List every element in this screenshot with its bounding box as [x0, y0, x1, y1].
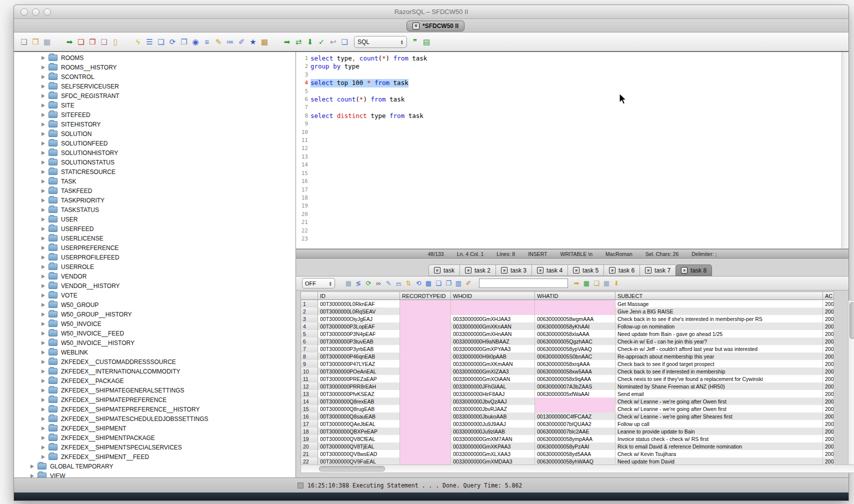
sidebar-item-w50-invoice-feed[interactable]: W50_INVOICE__FEED: [14, 328, 296, 338]
activitydate-cell[interactable]: 200: [823, 308, 834, 315]
id-cell[interactable]: 00T3000000PfvKSEAZ: [318, 390, 400, 398]
sidebar-item-task[interactable]: TASK: [14, 176, 296, 186]
sidebar-item-scontrol[interactable]: SCONTROL: [14, 72, 296, 82]
whatid-cell[interactable]: 00630000007A3bZAAS: [535, 382, 616, 390]
recordtypeid-cell[interactable]: [400, 352, 451, 360]
code-line[interactable]: group by type: [310, 62, 848, 70]
results-tab-task-5[interactable]: ×task 5: [568, 264, 604, 276]
notes-icon[interactable]: ❏: [592, 279, 601, 288]
execute-all-icon[interactable]: ⇄: [294, 37, 304, 47]
whatid-cell[interactable]: 00630000007bIQUAA2: [535, 420, 616, 428]
subject-cell[interactable]: Check back in to see if she's interested…: [616, 315, 823, 322]
sidebar-item-user[interactable]: USER: [14, 214, 296, 224]
recordtypeid-cell[interactable]: [400, 368, 451, 375]
grid-view-icon[interactable]: ▦: [424, 279, 433, 288]
recordtypeid-cell[interactable]: [400, 412, 451, 420]
table-row[interactable]: 1300T3000000PfvKSEAZ0033000000HirF8AAJ00…: [300, 390, 848, 398]
sidebar-item-zkfedex-shipmatescheduledjobssettings[interactable]: ZKFEDEX__SHIPMATESCHEDULEDJOBSSETTINGS: [14, 414, 296, 424]
whatid-cell[interactable]: 006300000058ypVAAQ: [535, 345, 616, 352]
row-number[interactable]: 20: [300, 442, 318, 450]
sidebar-item-zkfedex-shipmatepreference-history[interactable]: ZKFEDEX__SHIPMATEPREFERENCE__HISTORY: [14, 404, 296, 414]
expand-triangle-icon[interactable]: [42, 312, 45, 316]
whatid-cell[interactable]: 006300000058wgmAAA: [535, 315, 616, 322]
sidebar-item-solutionstatus[interactable]: SOLUTIONSTATUS: [14, 158, 296, 167]
sort-updown-icon[interactable]: ⇅: [404, 279, 413, 288]
sidebar-item-userrole[interactable]: USERROLE: [14, 262, 296, 272]
recordtypeid-cell[interactable]: [400, 428, 451, 435]
code-line[interactable]: [310, 218, 848, 226]
highlight-pen-icon[interactable]: ✐: [464, 279, 473, 288]
expand-triangle-icon[interactable]: [42, 189, 45, 193]
sidebar-item-zkfedex-internationalcommodity[interactable]: ZKFEDEX__INTERNATIONALCOMMODITY: [14, 366, 296, 376]
code-line[interactable]: select count(*) from task: [310, 96, 848, 104]
row-number[interactable]: 1: [300, 300, 318, 308]
subject-cell[interactable]: Need update from David: [616, 458, 823, 465]
quotes-icon[interactable]: ❞: [410, 37, 420, 47]
id-cell[interactable]: 00T3000000QAeJbEAL: [318, 420, 400, 428]
column-header-SUBJECT[interactable]: SUBJECT: [616, 292, 823, 300]
expand-triangle-icon[interactable]: [42, 56, 45, 60]
row-number[interactable]: 22: [300, 458, 318, 465]
title-bar[interactable]: RazorSQL – SFDCW50 II: [14, 5, 848, 19]
expand-triangle-icon[interactable]: [42, 274, 45, 278]
id-cell[interactable]: 00T3000000P3yrbEAB: [318, 345, 400, 352]
row-number[interactable]: 15: [300, 405, 318, 412]
expand-triangle-icon[interactable]: [42, 218, 45, 222]
subject-cell[interactable]: Check back to see if interested in membe…: [616, 368, 823, 375]
row-number[interactable]: 12: [300, 382, 318, 390]
subject-cell[interactable]: Get Massage: [616, 300, 823, 308]
expand-triangle-icon[interactable]: [42, 170, 45, 174]
whoid-cell[interactable]: 0033000000GmXM7AAN: [451, 435, 535, 442]
expand-triangle-icon[interactable]: [42, 227, 45, 231]
form-view-icon[interactable]: ❏: [434, 279, 443, 288]
export-results-icon[interactable]: ▦: [260, 37, 270, 47]
activitydate-cell[interactable]: 200: [823, 458, 834, 465]
activitydate-cell[interactable]: 200: [823, 322, 834, 330]
favorites-star-icon[interactable]: ★: [248, 37, 258, 47]
edit-sql-icon[interactable]: ❏: [156, 37, 166, 47]
subject-cell[interactable]: Check w/ Leanne - we're going after Shea…: [616, 412, 823, 420]
sidebar-item-solution[interactable]: SOLUTION: [14, 129, 296, 138]
view-doc-icon[interactable]: ❐: [179, 37, 189, 47]
id-cell[interactable]: 00T3000000P46qnEAB: [318, 352, 400, 360]
row-number[interactable]: 4: [300, 322, 318, 330]
table-row[interactable]: 1800T3000000QBXPeEAP0033000000Ju9zlAAB00…: [300, 428, 848, 435]
code-line[interactable]: [310, 194, 848, 202]
column-header-rownum[interactable]: [300, 292, 318, 300]
whoid-cell[interactable]: 0033000000JbvQzAAJ: [451, 398, 535, 405]
close-window-icon[interactable]: [20, 8, 28, 16]
sidebar-item-vote[interactable]: VOTE: [14, 290, 296, 300]
whoid-cell[interactable]: 0033000000Ju9J9AAJ: [451, 420, 535, 428]
expand-triangle-icon[interactable]: [42, 151, 45, 155]
align-icon[interactable]: ≔: [225, 37, 235, 47]
table-row[interactable]: 1700T3000000QAeJbEAL0033000000Ju9J9AAJ00…: [300, 420, 848, 428]
activitydate-cell[interactable]: 200: [823, 368, 834, 375]
table-row[interactable]: 2200T3000000QV9FaEAL0033000000GmXMDAA300…: [300, 458, 848, 465]
results-tab-task-4[interactable]: ×task 4: [532, 264, 568, 276]
document-tab[interactable]: × *SFDCW50 II: [406, 20, 464, 32]
save-icon[interactable]: ▦: [42, 37, 52, 47]
recordtypeid-cell[interactable]: [400, 322, 451, 330]
column-header-AC[interactable]: AC: [823, 292, 834, 300]
code-line[interactable]: [310, 144, 848, 152]
row-number[interactable]: 19: [300, 435, 318, 442]
compass-icon[interactable]: ◉: [190, 37, 200, 47]
whatid-cell[interactable]: [535, 398, 616, 405]
copy-grid-icon[interactable]: ▥: [454, 279, 463, 288]
whoid-cell[interactable]: 0033000000GmXMDAA3: [451, 458, 535, 465]
whoid-cell[interactable]: 0033000000H9aNBAAZ: [451, 338, 535, 345]
code-line[interactable]: [310, 104, 848, 112]
code-line[interactable]: select type, count(*) from task: [310, 54, 848, 62]
recordtypeid-cell[interactable]: [400, 390, 451, 398]
expand-triangle-icon[interactable]: [42, 160, 45, 164]
subject-cell[interactable]: Check back to see if good target prospec…: [616, 360, 823, 368]
table-row[interactable]: 900T3000000P47LYEAZ0033000000GmXKmAAN006…: [300, 360, 848, 368]
row-number[interactable]: 10: [300, 368, 318, 375]
expand-triangle-icon[interactable]: [42, 408, 45, 412]
expand-triangle-icon[interactable]: [42, 446, 45, 450]
whoid-cell[interactable]: 0033000000Ju9zlAAB: [451, 428, 535, 435]
expand-triangle-icon[interactable]: [42, 84, 45, 88]
table-row[interactable]: 200T3000000L0RqSEAVGive Jenn a BIG RAISE…: [300, 308, 848, 315]
whoid-cell[interactable]: 0033000000HirF8AAJ: [451, 390, 535, 398]
sidebar-item-zkfedex-shipmatepreference[interactable]: ZKFEDEX__SHIPMATEPREFERENCE: [14, 395, 296, 404]
